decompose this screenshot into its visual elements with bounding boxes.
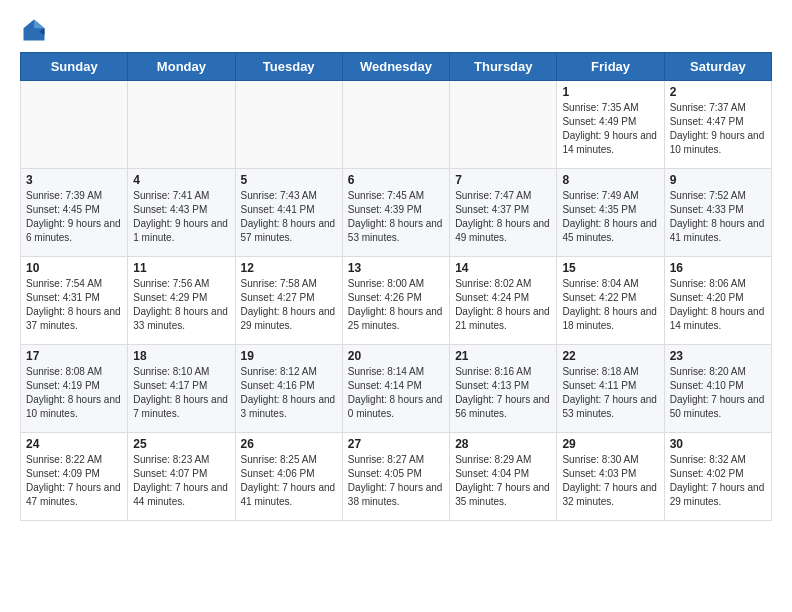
cell-info: Sunrise: 8:08 AM Sunset: 4:19 PM Dayligh… <box>26 365 122 421</box>
calendar-header-tuesday: Tuesday <box>235 53 342 81</box>
day-number: 5 <box>241 173 337 187</box>
day-number: 28 <box>455 437 551 451</box>
day-number: 4 <box>133 173 229 187</box>
day-number: 22 <box>562 349 658 363</box>
day-number: 14 <box>455 261 551 275</box>
calendar-cell: 3Sunrise: 7:39 AM Sunset: 4:45 PM Daylig… <box>21 169 128 257</box>
calendar-cell: 27Sunrise: 8:27 AM Sunset: 4:05 PM Dayli… <box>342 433 449 521</box>
cell-info: Sunrise: 8:10 AM Sunset: 4:17 PM Dayligh… <box>133 365 229 421</box>
cell-info: Sunrise: 8:00 AM Sunset: 4:26 PM Dayligh… <box>348 277 444 333</box>
cell-info: Sunrise: 7:45 AM Sunset: 4:39 PM Dayligh… <box>348 189 444 245</box>
day-number: 30 <box>670 437 766 451</box>
calendar-cell: 5Sunrise: 7:43 AM Sunset: 4:41 PM Daylig… <box>235 169 342 257</box>
calendar-header-sunday: Sunday <box>21 53 128 81</box>
calendar-header-monday: Monday <box>128 53 235 81</box>
calendar-cell: 26Sunrise: 8:25 AM Sunset: 4:06 PM Dayli… <box>235 433 342 521</box>
cell-info: Sunrise: 8:32 AM Sunset: 4:02 PM Dayligh… <box>670 453 766 509</box>
day-number: 13 <box>348 261 444 275</box>
calendar-header-thursday: Thursday <box>450 53 557 81</box>
calendar-cell <box>450 81 557 169</box>
day-number: 9 <box>670 173 766 187</box>
day-number: 19 <box>241 349 337 363</box>
calendar-cell <box>21 81 128 169</box>
calendar-cell: 8Sunrise: 7:49 AM Sunset: 4:35 PM Daylig… <box>557 169 664 257</box>
day-number: 15 <box>562 261 658 275</box>
cell-info: Sunrise: 7:41 AM Sunset: 4:43 PM Dayligh… <box>133 189 229 245</box>
calendar-cell <box>342 81 449 169</box>
cell-info: Sunrise: 8:16 AM Sunset: 4:13 PM Dayligh… <box>455 365 551 421</box>
calendar-cell: 16Sunrise: 8:06 AM Sunset: 4:20 PM Dayli… <box>664 257 771 345</box>
cell-info: Sunrise: 8:30 AM Sunset: 4:03 PM Dayligh… <box>562 453 658 509</box>
day-number: 1 <box>562 85 658 99</box>
calendar-cell: 4Sunrise: 7:41 AM Sunset: 4:43 PM Daylig… <box>128 169 235 257</box>
cell-info: Sunrise: 8:06 AM Sunset: 4:20 PM Dayligh… <box>670 277 766 333</box>
day-number: 7 <box>455 173 551 187</box>
header <box>20 16 772 44</box>
calendar-cell: 2Sunrise: 7:37 AM Sunset: 4:47 PM Daylig… <box>664 81 771 169</box>
page: SundayMondayTuesdayWednesdayThursdayFrid… <box>0 0 792 531</box>
day-number: 21 <box>455 349 551 363</box>
calendar-header-saturday: Saturday <box>664 53 771 81</box>
calendar-cell <box>128 81 235 169</box>
calendar-cell: 12Sunrise: 7:58 AM Sunset: 4:27 PM Dayli… <box>235 257 342 345</box>
calendar-header-row: SundayMondayTuesdayWednesdayThursdayFrid… <box>21 53 772 81</box>
cell-info: Sunrise: 7:47 AM Sunset: 4:37 PM Dayligh… <box>455 189 551 245</box>
cell-info: Sunrise: 8:22 AM Sunset: 4:09 PM Dayligh… <box>26 453 122 509</box>
day-number: 10 <box>26 261 122 275</box>
cell-info: Sunrise: 8:18 AM Sunset: 4:11 PM Dayligh… <box>562 365 658 421</box>
calendar-cell: 6Sunrise: 7:45 AM Sunset: 4:39 PM Daylig… <box>342 169 449 257</box>
cell-info: Sunrise: 8:02 AM Sunset: 4:24 PM Dayligh… <box>455 277 551 333</box>
calendar-cell: 24Sunrise: 8:22 AM Sunset: 4:09 PM Dayli… <box>21 433 128 521</box>
day-number: 3 <box>26 173 122 187</box>
calendar-header-friday: Friday <box>557 53 664 81</box>
day-number: 24 <box>26 437 122 451</box>
logo-icon <box>20 16 48 44</box>
calendar-cell: 13Sunrise: 8:00 AM Sunset: 4:26 PM Dayli… <box>342 257 449 345</box>
cell-info: Sunrise: 8:23 AM Sunset: 4:07 PM Dayligh… <box>133 453 229 509</box>
day-number: 27 <box>348 437 444 451</box>
calendar-cell: 10Sunrise: 7:54 AM Sunset: 4:31 PM Dayli… <box>21 257 128 345</box>
calendar-cell: 21Sunrise: 8:16 AM Sunset: 4:13 PM Dayli… <box>450 345 557 433</box>
day-number: 29 <box>562 437 658 451</box>
day-number: 16 <box>670 261 766 275</box>
day-number: 6 <box>348 173 444 187</box>
day-number: 26 <box>241 437 337 451</box>
cell-info: Sunrise: 8:20 AM Sunset: 4:10 PM Dayligh… <box>670 365 766 421</box>
calendar-cell: 29Sunrise: 8:30 AM Sunset: 4:03 PM Dayli… <box>557 433 664 521</box>
day-number: 12 <box>241 261 337 275</box>
calendar-cell: 19Sunrise: 8:12 AM Sunset: 4:16 PM Dayli… <box>235 345 342 433</box>
calendar-week-2: 3Sunrise: 7:39 AM Sunset: 4:45 PM Daylig… <box>21 169 772 257</box>
calendar-week-4: 17Sunrise: 8:08 AM Sunset: 4:19 PM Dayli… <box>21 345 772 433</box>
cell-info: Sunrise: 7:56 AM Sunset: 4:29 PM Dayligh… <box>133 277 229 333</box>
cell-info: Sunrise: 7:35 AM Sunset: 4:49 PM Dayligh… <box>562 101 658 157</box>
calendar-cell: 22Sunrise: 8:18 AM Sunset: 4:11 PM Dayli… <box>557 345 664 433</box>
cell-info: Sunrise: 8:12 AM Sunset: 4:16 PM Dayligh… <box>241 365 337 421</box>
calendar-cell: 7Sunrise: 7:47 AM Sunset: 4:37 PM Daylig… <box>450 169 557 257</box>
calendar-cell: 15Sunrise: 8:04 AM Sunset: 4:22 PM Dayli… <box>557 257 664 345</box>
cell-info: Sunrise: 8:14 AM Sunset: 4:14 PM Dayligh… <box>348 365 444 421</box>
day-number: 11 <box>133 261 229 275</box>
day-number: 23 <box>670 349 766 363</box>
calendar-week-5: 24Sunrise: 8:22 AM Sunset: 4:09 PM Dayli… <box>21 433 772 521</box>
calendar-cell: 20Sunrise: 8:14 AM Sunset: 4:14 PM Dayli… <box>342 345 449 433</box>
day-number: 2 <box>670 85 766 99</box>
calendar-week-1: 1Sunrise: 7:35 AM Sunset: 4:49 PM Daylig… <box>21 81 772 169</box>
calendar-cell: 1Sunrise: 7:35 AM Sunset: 4:49 PM Daylig… <box>557 81 664 169</box>
cell-info: Sunrise: 8:29 AM Sunset: 4:04 PM Dayligh… <box>455 453 551 509</box>
day-number: 20 <box>348 349 444 363</box>
cell-info: Sunrise: 8:04 AM Sunset: 4:22 PM Dayligh… <box>562 277 658 333</box>
logo <box>20 16 52 44</box>
calendar-cell: 18Sunrise: 8:10 AM Sunset: 4:17 PM Dayli… <box>128 345 235 433</box>
cell-info: Sunrise: 7:49 AM Sunset: 4:35 PM Dayligh… <box>562 189 658 245</box>
cell-info: Sunrise: 7:58 AM Sunset: 4:27 PM Dayligh… <box>241 277 337 333</box>
calendar-cell: 23Sunrise: 8:20 AM Sunset: 4:10 PM Dayli… <box>664 345 771 433</box>
calendar-cell: 11Sunrise: 7:56 AM Sunset: 4:29 PM Dayli… <box>128 257 235 345</box>
calendar-week-3: 10Sunrise: 7:54 AM Sunset: 4:31 PM Dayli… <box>21 257 772 345</box>
cell-info: Sunrise: 7:43 AM Sunset: 4:41 PM Dayligh… <box>241 189 337 245</box>
calendar-header-wednesday: Wednesday <box>342 53 449 81</box>
cell-info: Sunrise: 8:27 AM Sunset: 4:05 PM Dayligh… <box>348 453 444 509</box>
cell-info: Sunrise: 7:52 AM Sunset: 4:33 PM Dayligh… <box>670 189 766 245</box>
day-number: 18 <box>133 349 229 363</box>
cell-info: Sunrise: 7:54 AM Sunset: 4:31 PM Dayligh… <box>26 277 122 333</box>
calendar-cell: 17Sunrise: 8:08 AM Sunset: 4:19 PM Dayli… <box>21 345 128 433</box>
